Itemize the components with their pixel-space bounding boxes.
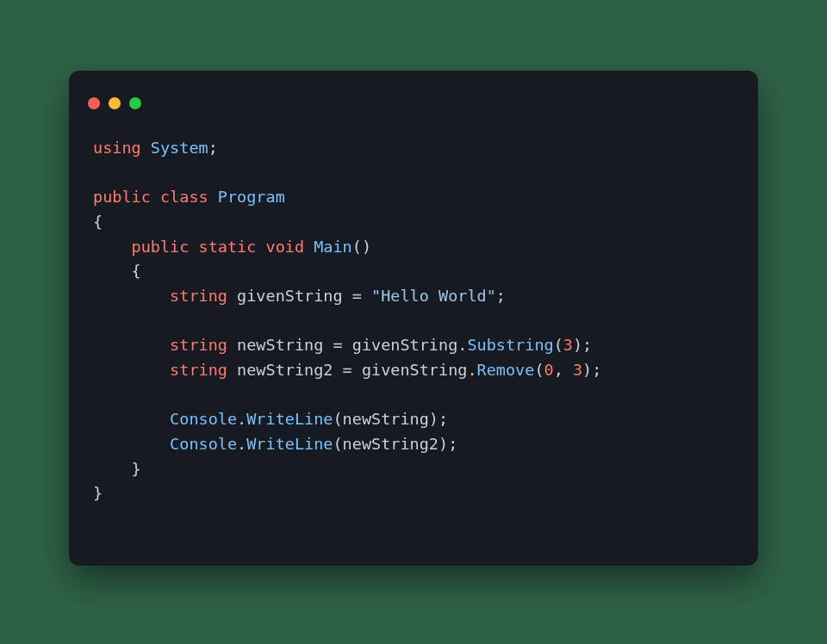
code-block: using System; public class Program { pub… [69,121,758,530]
class-console: Console [170,410,237,428]
punct-dot: . [237,435,246,453]
op-eq: = [333,336,342,354]
window-titlebar [69,71,758,121]
paren-close: ) [429,410,438,428]
class-name: Program [218,188,285,206]
keyword-using: using [93,139,141,157]
brace-open: { [93,213,103,231]
method-substring: Substring [467,336,553,354]
identifier: newString [237,336,323,354]
punct-semicolon: ; [592,361,601,379]
op-eq: = [343,361,352,379]
brace-close: } [132,460,141,478]
code-window: using System; public class Program { pub… [69,71,758,566]
paren-close: ) [582,361,592,379]
punct-semicolon: ; [438,410,448,428]
method-remove: Remove [477,361,535,379]
keyword-string: string [170,336,227,354]
punct-dot: . [237,410,246,428]
number-literal: 3 [573,361,582,379]
number-literal: 0 [544,361,554,379]
identifier: newString2 [237,361,333,379]
keyword-class: class [160,188,208,206]
op-eq: = [352,287,362,305]
keyword-string: string [170,287,227,305]
punct-semicolon: ; [496,287,506,305]
keyword-string: string [170,361,227,379]
keyword-static: static [199,238,257,256]
number-literal: 3 [563,336,573,354]
identifier: newString [343,410,429,428]
brace-close: } [93,484,103,502]
identifier: givenString [362,361,468,379]
zoom-icon[interactable] [129,97,141,109]
paren-close: ) [573,336,582,354]
paren-open: ( [333,435,342,453]
punct-dot: . [467,361,476,379]
close-icon[interactable] [88,97,100,109]
class-console: Console [170,435,237,453]
punct-comma: , [554,361,563,379]
namespace-system: System [151,139,208,157]
punct-semicolon: ; [448,435,457,453]
minimize-icon[interactable] [109,97,121,109]
identifier: givenString [352,336,458,354]
keyword-void: void [266,238,305,256]
identifier: newString2 [343,435,438,453]
identifier: givenString [237,287,343,305]
punct-semicolon: ; [208,139,218,157]
paren-open: ( [554,336,563,354]
paren-open: ( [534,361,544,379]
paren-open: ( [333,410,342,428]
paren-empty: () [352,238,371,256]
string-literal: "Hello World" [371,287,496,305]
method-main: Main [314,238,352,256]
paren-close: ) [438,435,448,453]
punct-semicolon: ; [582,336,592,354]
method-writeline: WriteLine [246,435,333,453]
keyword-public: public [132,238,190,256]
punct-dot: . [457,336,467,354]
brace-open: { [132,262,141,280]
method-writeline: WriteLine [246,410,333,428]
keyword-public: public [93,188,151,206]
